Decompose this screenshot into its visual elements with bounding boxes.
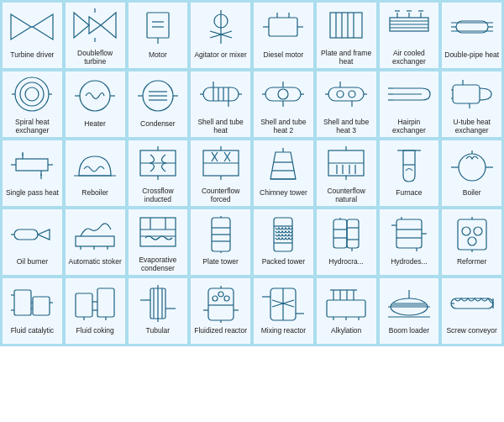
svg-rect-8 — [147, 13, 169, 38]
symbol-oil-burner — [3, 211, 61, 256]
svg-point-191 — [218, 292, 223, 297]
cell-shell-tube-3: Shell and tube heat 3 — [316, 71, 377, 138]
cell-condenser: Condenser — [128, 71, 189, 138]
symbol-condenser — [129, 73, 187, 118]
symbol-doubleflow-turbine — [66, 4, 124, 47]
label-shell-tube-2: Shell and tube heat 2 — [255, 118, 312, 135]
svg-rect-143 — [274, 218, 292, 251]
symbol-automatic-stoker — [66, 211, 124, 256]
symbol-single-pass — [3, 142, 61, 187]
svg-rect-146 — [333, 219, 347, 248]
symbol-shell-tube-3 — [318, 73, 375, 116]
label-hairpin: Hairpin exchanger — [381, 118, 438, 135]
label-chimney-tower: Chimney tower — [260, 188, 307, 203]
cell-evaporative-condenser: Evaporative condenser — [128, 208, 189, 276]
cell-mixing-reactor: Mixing reactor — [253, 277, 314, 345]
label-agitator: Agitator or mixer — [194, 50, 246, 66]
symbol-hairpin — [381, 73, 438, 116]
cell-diesel-motor: Diesel motor — [253, 2, 314, 69]
label-fluid-catalytic: Fluid catalytic — [11, 326, 55, 341]
symbol-counterflow-forced — [192, 142, 249, 185]
cell-hairpin: Hairpin exchanger — [379, 71, 440, 138]
symbol-reboiler — [66, 142, 124, 187]
symbol-hydrodes — [381, 211, 438, 256]
label-mixing-reactor: Mixing reactor — [261, 326, 306, 341]
symbol-shell-tube-2 — [255, 73, 312, 116]
svg-rect-168 — [33, 297, 50, 315]
symbol-chimney-tower — [255, 142, 312, 187]
svg-rect-154 — [396, 219, 422, 248]
cell-hydrocracker: Hydrocra... — [316, 208, 377, 276]
symbol-hydrocracker — [318, 211, 375, 256]
cell-plate-frame-heat: Plate and frame heat — [316, 2, 377, 69]
cell-reformer: Reformer — [441, 208, 502, 276]
svg-point-42 — [20, 82, 44, 106]
svg-rect-70 — [328, 87, 364, 101]
symbol-double-pipe-heat — [443, 4, 501, 49]
svg-rect-88 — [16, 159, 48, 171]
label-condenser: Condenser — [140, 119, 176, 135]
label-evaporative-condenser: Evaporative condenser — [129, 256, 187, 272]
cell-reboiler: Reboiler — [65, 140, 126, 207]
cell-heater: Heater — [65, 71, 126, 138]
cell-fluid-coking: Fluid coking — [65, 277, 126, 345]
cell-alkylation: Alkylation — [316, 277, 377, 345]
svg-rect-132 — [140, 218, 176, 246]
label-crossflow-inducted: Crossflow inducted — [129, 187, 187, 203]
symbol-grid: Turbine driver Doubleflow turbine Motor — [0, 0, 504, 346]
label-utube: U-tube heat exchanger — [443, 118, 501, 135]
label-shell-tube-3: Shell and tube heat 3 — [318, 118, 375, 135]
symbol-air-cooled — [381, 4, 438, 47]
label-diesel-motor: Diesel motor — [264, 50, 304, 66]
cell-screw-conveyor: Screw conveyor — [441, 277, 502, 345]
cell-chimney-tower: Chimney tower — [253, 140, 314, 207]
svg-rect-16 — [269, 18, 297, 36]
svg-point-162 — [462, 227, 470, 235]
svg-marker-0 — [11, 14, 31, 40]
svg-marker-1 — [33, 14, 53, 40]
svg-point-74 — [349, 91, 355, 98]
svg-point-43 — [25, 87, 39, 101]
cell-boiler: Boiler — [441, 140, 502, 207]
symbol-screw-conveyor — [443, 280, 501, 324]
label-fluidized-reactor: Fluidized reactor — [194, 326, 247, 341]
cell-packed-tower: Packed tower — [253, 208, 314, 276]
label-spiral-heat: Spiral heat exchanger — [3, 118, 61, 135]
symbol-furnace — [381, 142, 438, 187]
svg-rect-147 — [347, 219, 359, 248]
cell-oil-burner: Oil burner — [2, 208, 63, 276]
cell-agitator: Agitator or mixer — [190, 2, 251, 69]
svg-marker-4 — [101, 13, 116, 38]
symbol-spiral-heat — [3, 73, 61, 116]
svg-point-46 — [80, 81, 110, 111]
svg-point-190 — [213, 296, 218, 301]
svg-rect-167 — [14, 290, 31, 315]
cell-single-pass: Single pass heat — [2, 140, 63, 207]
symbol-counterflow-natural — [318, 142, 375, 185]
cell-fluidized-reactor: Fluidized reactor — [190, 277, 251, 345]
label-counterflow-forced: Counterflow forced — [192, 187, 249, 203]
label-shell-tube-1: Shell and tube heat — [192, 118, 249, 135]
label-packed-tower: Packed tower — [262, 257, 306, 272]
cell-utube: U-tube heat exchanger — [441, 71, 502, 138]
label-reboiler: Reboiler — [81, 188, 108, 203]
svg-rect-21 — [330, 13, 362, 38]
cell-spiral-heat: Spiral heat exchanger — [2, 71, 63, 138]
svg-point-192 — [224, 296, 229, 301]
cell-shell-tube-2: Shell and tube heat 2 — [253, 71, 314, 138]
cell-motor: Motor — [128, 2, 189, 69]
cell-boom-loader: Boom loader — [379, 277, 440, 345]
cell-air-cooled: Air cooled exchanger — [379, 2, 440, 69]
label-hydrocracker: Hydrocra... — [328, 257, 364, 272]
svg-point-164 — [468, 237, 476, 245]
label-double-pipe-heat: Double-pipe heat — [444, 50, 499, 66]
symbol-motor — [129, 4, 187, 49]
label-motor: Motor — [149, 50, 167, 66]
label-hydrodes: Hydrodes... — [391, 257, 427, 272]
label-boom-loader: Boom loader — [389, 326, 429, 341]
cell-doubleflow-turbine: Doubleflow turbine — [65, 2, 126, 69]
svg-rect-203 — [327, 300, 365, 317]
label-alkylation: Alkylation — [331, 326, 361, 341]
label-air-cooled: Air cooled exchanger — [381, 49, 438, 66]
svg-rect-83 — [453, 85, 480, 103]
